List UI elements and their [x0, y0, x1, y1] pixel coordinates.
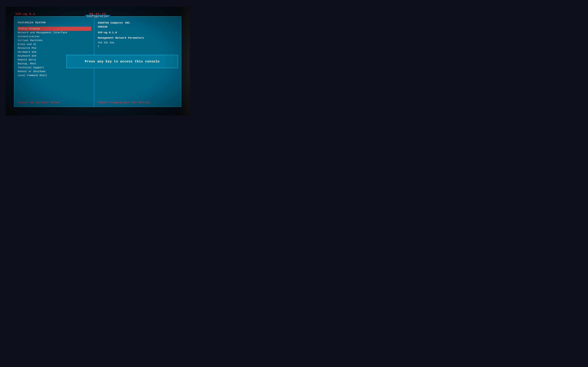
terminal-window: XCP-ng 8.1 09:42:22 Configuration Custom… — [14, 12, 181, 110]
title-line-right — [110, 16, 181, 17]
popup-overlay[interactable]: Press any key to access this console — [66, 55, 178, 68]
menu-item-status-display[interactable]: Status Display — [18, 27, 91, 31]
bottom-hint-left: <Enter> OK <Up/Down> Select — [18, 101, 91, 104]
menu-item-vms[interactable]: Virtual Machines — [18, 39, 91, 42]
ssl-line2: t — [98, 45, 99, 48]
menu-item-hardware[interactable]: Hardware and — [18, 50, 91, 54]
menu-item-network[interactable]: Network and Management Interface — [18, 31, 91, 35]
info-ssl-partial: the SSL key t — [98, 41, 178, 48]
config-title: Configuration — [85, 15, 110, 18]
config-box: Configuration Customize System Status Di… — [14, 17, 181, 107]
bottom-hint-right: <Enter> Fingerprints <F5> Refresh — [98, 101, 178, 104]
info-manufacturer: ASUSTeK Computer INC. CM6340 — [98, 21, 178, 29]
info-mgmt: Management Network Parameters — [98, 36, 178, 39]
menu-item-disks[interactable]: Disks and St — [18, 42, 91, 46]
manufacturer-name: ASUSTeK Computer INC. — [98, 21, 131, 24]
info-version: XCP-ng 8.1.0 — [98, 31, 178, 34]
customize-label: Customize System — [18, 21, 91, 24]
popup-message: Press any key to access this console — [85, 60, 160, 63]
ssl-line1: the SSL key — [98, 41, 114, 44]
config-title-bar: Configuration — [14, 15, 181, 18]
menu-item-local-shell[interactable]: Local Command Shell — [18, 74, 91, 77]
menu-item-resource-pool[interactable]: Resource Poo — [18, 46, 91, 50]
menu-item-reboot[interactable]: Reboot or Shutdown — [18, 70, 91, 74]
manufacturer-model: CM6340 — [98, 25, 107, 28]
title-line-left — [14, 16, 85, 17]
screen-background: XCP-ng 8.1 09:42:22 Configuration Custom… — [6, 7, 190, 116]
menu-item-auth[interactable]: Authentication — [18, 35, 91, 39]
